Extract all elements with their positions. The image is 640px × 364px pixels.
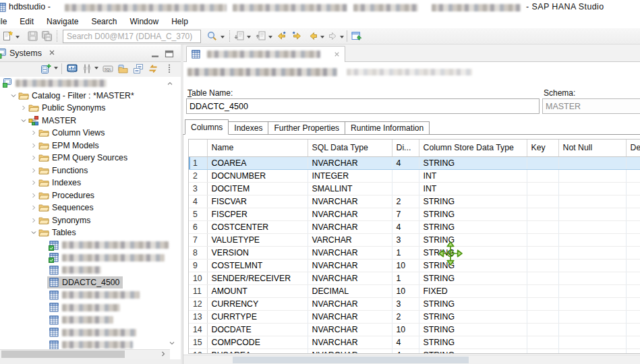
grid-cell[interactable]: [626, 272, 640, 284]
grid-cell-rownum[interactable]: 15: [189, 336, 207, 348]
grid-cell[interactable]: STRING: [419, 259, 527, 272]
grid-cell[interactable]: [558, 169, 626, 182]
grid-row-busarea[interactable]: 16BUSAREANVARCHAR4STRING: [189, 348, 640, 354]
grid-cell-rownum[interactable]: 1: [189, 156, 207, 169]
search-input[interactable]: [63, 30, 201, 43]
grid-cell[interactable]: STRING: [419, 156, 527, 169]
grid-cell[interactable]: STRING: [419, 297, 527, 310]
tree-item-redacted[interactable]: [49, 264, 101, 276]
grid-cell[interactable]: STRING: [419, 323, 527, 336]
menu-file[interactable]: File: [0, 16, 9, 28]
grid-horizontal-scrollbar-thumb[interactable]: [233, 357, 469, 363]
grid-cell[interactable]: [527, 169, 558, 182]
grid-header-def[interactable]: Def: [626, 140, 640, 156]
new-wizard-icon[interactable]: [2, 30, 13, 42]
grid-cell[interactable]: [558, 220, 626, 233]
grid-cell[interactable]: NVARCHAR: [308, 297, 392, 310]
grid-cell[interactable]: NVARCHAR: [308, 195, 392, 208]
grid-header-column-store-data-type[interactable]: Column Store Data Type: [419, 140, 527, 156]
menu-navigate[interactable]: Navigate: [45, 16, 80, 28]
system-monitor-icon[interactable]: [67, 63, 78, 74]
grid-cell[interactable]: BUSAREA: [207, 348, 308, 354]
grid-cell-rownum[interactable]: 12: [189, 297, 207, 310]
grid-cell[interactable]: [392, 182, 419, 195]
grid-cell[interactable]: VARCHAR: [308, 233, 392, 246]
grid-cell[interactable]: [392, 169, 419, 182]
grid-cell[interactable]: 10: [392, 323, 419, 336]
collapse-all-icon[interactable]: [133, 63, 144, 74]
grid-cell[interactable]: 2: [392, 195, 419, 208]
tree-item-procedures[interactable]: Procedures: [30, 189, 94, 202]
grid-cell[interactable]: [527, 220, 558, 233]
grid-cell[interactable]: [558, 246, 626, 259]
grid-cell[interactable]: FIXED: [419, 284, 527, 297]
schema-input[interactable]: [542, 98, 640, 114]
tree-item-ddactc-4500[interactable]: DDACTC_4500: [47, 276, 123, 289]
chevron-right-icon[interactable]: [30, 142, 38, 150]
grid-cell[interactable]: FISCVAR: [207, 195, 308, 208]
grid-cell[interactable]: 3: [392, 233, 419, 246]
tab-indexes[interactable]: Indexes: [229, 121, 268, 135]
grid-cell-rownum[interactable]: 16: [189, 348, 207, 354]
grid-row-valuetype[interactable]: 7VALUETYPEVARCHAR3STRING: [189, 233, 640, 246]
next-annotation-caret[interactable]: [247, 36, 251, 40]
grid-cell[interactable]: 10: [392, 259, 419, 272]
grid-cell[interactable]: [626, 208, 640, 220]
tab-further-properties[interactable]: Further Properties: [268, 121, 345, 135]
grid-cell[interactable]: [558, 182, 626, 195]
grid-cell-rownum[interactable]: 7: [189, 233, 207, 246]
grid-cell[interactable]: [527, 182, 558, 195]
next-annotation-icon[interactable]: [234, 30, 245, 42]
grid-cell[interactable]: [527, 156, 558, 169]
chevron-right-icon[interactable]: [20, 104, 28, 112]
grid-cell-rownum[interactable]: 14: [189, 323, 207, 336]
maximize-view-icon[interactable]: [164, 49, 175, 59]
grid-cell[interactable]: INTEGER: [308, 169, 392, 182]
grid-cell[interactable]: DOCITEM: [207, 182, 308, 195]
grid-cell[interactable]: STRING: [419, 195, 527, 208]
grid-cell[interactable]: NVARCHAR: [308, 272, 392, 284]
grid-cell[interactable]: [527, 246, 558, 259]
grid-cell[interactable]: STRING: [419, 220, 527, 233]
grid-cell[interactable]: VERSION: [207, 246, 308, 259]
tree-scroll-right-icon[interactable]: [159, 350, 167, 358]
grid-cell[interactable]: SMALLINT: [308, 182, 392, 195]
grid-cell[interactable]: [558, 208, 626, 220]
grid-cell[interactable]: STRING: [419, 348, 527, 354]
grid-cell-rownum[interactable]: 3: [189, 182, 207, 195]
grid-cell[interactable]: [626, 195, 640, 208]
grid-cell[interactable]: DECIMAL: [308, 284, 392, 297]
grid-cell[interactable]: [626, 336, 640, 348]
grid-cell[interactable]: STRING: [419, 208, 527, 220]
grid-cell[interactable]: 1: [392, 272, 419, 284]
grid-cell[interactable]: [527, 272, 558, 284]
grid-cell[interactable]: [558, 195, 626, 208]
tree-item-redacted[interactable]: [49, 301, 120, 313]
grid-row-currency[interactable]: 12CURRENCYNVARCHAR3STRING: [189, 297, 640, 310]
grid-cell[interactable]: 4: [392, 156, 419, 169]
tree-item-column-views[interactable]: Column Views: [30, 127, 105, 139]
back-to-last-edit-icon[interactable]: [276, 30, 287, 42]
back-caret[interactable]: [320, 36, 324, 40]
view-menu-icon[interactable]: [164, 63, 175, 74]
save-icon[interactable]: [27, 30, 38, 42]
tree-scroll-up-icon[interactable]: [166, 80, 174, 88]
grid-cell[interactable]: [527, 195, 558, 208]
grid-cell[interactable]: VALUETYPE: [207, 233, 308, 246]
grid-cell[interactable]: AMOUNT: [207, 284, 308, 297]
grid-cell[interactable]: [626, 220, 640, 233]
grid-cell[interactable]: CURRTYPE: [207, 310, 308, 323]
grid-cell[interactable]: [626, 259, 640, 272]
tree-item-catalog-filter-master-[interactable]: Catalog - Filter : *MASTER*: [9, 90, 134, 102]
grid-cell[interactable]: [558, 272, 626, 284]
grid-cell[interactable]: [558, 284, 626, 297]
grid-cell[interactable]: [558, 348, 626, 354]
grid-row-fiscper[interactable]: 5FISCPERNVARCHAR7STRING: [189, 208, 640, 220]
tab-columns[interactable]: Columns: [185, 119, 229, 135]
grid-row-amount[interactable]: 11AMOUNTDECIMAL10FIXED: [189, 284, 640, 297]
grid-cell[interactable]: SENDER/RECEIVER: [207, 272, 308, 284]
tree-item-redacted[interactable]: [49, 251, 165, 264]
grid-cell[interactable]: FISCPER: [207, 208, 308, 220]
menu-help[interactable]: Help: [169, 16, 190, 28]
grid-cell[interactable]: 4: [392, 348, 419, 354]
